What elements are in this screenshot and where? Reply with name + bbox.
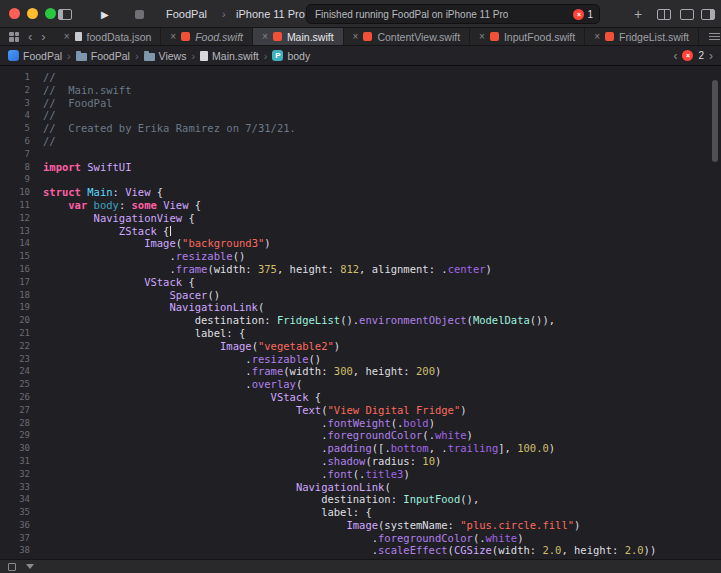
code-text: destination: InputFood(), [43, 493, 479, 506]
tab-inputfood-swift[interactable]: × InputFood.swift [470, 28, 585, 45]
code-line[interactable]: 29 .foregroundColor(.white) [0, 429, 721, 442]
code-line[interactable]: 6// [0, 135, 721, 148]
close-icon[interactable]: × [479, 32, 485, 42]
code-line[interactable]: 36 Image(systemName: "plus.circle.fill") [0, 519, 721, 532]
code-line[interactable]: 23 .resizable() [0, 353, 721, 366]
stop-button[interactable] [135, 0, 144, 28]
code-line[interactable]: 16 .frame(width: 375, height: 812, align… [0, 263, 721, 276]
code-line[interactable]: 12 NavigationView { [0, 212, 721, 225]
run-destination-selector[interactable]: iPhone 11 Pro [236, 0, 305, 28]
code-line[interactable]: 8import SwiftUI [0, 161, 721, 174]
code-line[interactable]: 19 NavigationLink( [0, 301, 721, 314]
code-text: .foregroundColor(.white) [43, 429, 473, 442]
code-line[interactable]: 1// [0, 71, 721, 84]
code-line[interactable]: 11 var body: some View { [0, 199, 721, 212]
code-text: import SwiftUI [43, 161, 132, 174]
code-line[interactable]: 31 .shadow(radius: 10) [0, 455, 721, 468]
code-line[interactable]: 38 .scaleEffect(CGSize(width: 2.0, heigh… [0, 544, 721, 557]
tab-fridgelist-swift[interactable]: × FridgeList.swift [585, 28, 699, 45]
line-number: 32 [0, 468, 30, 481]
close-icon[interactable]: × [594, 32, 600, 42]
navigator-panel-icon [58, 9, 72, 20]
zoom-window-button[interactable] [45, 8, 56, 19]
code-line[interactable]: 28 .fontWeight(.bold) [0, 417, 721, 430]
code-line[interactable]: 20 destination: FridgeList().environment… [0, 314, 721, 327]
code-line[interactable]: 27 Text("View Digital Fridge") [0, 404, 721, 417]
code-line[interactable]: 18 Spacer() [0, 289, 721, 302]
line-number: 11 [0, 199, 30, 212]
traffic-lights [9, 8, 56, 19]
toggle-debug-area-icon[interactable] [8, 563, 16, 571]
tab-main-swift[interactable]: × Main.swift [253, 28, 344, 45]
close-window-button[interactable] [9, 8, 20, 19]
filter-icon[interactable] [26, 564, 34, 569]
line-number: 28 [0, 417, 30, 430]
code-line[interactable]: 9 [0, 173, 721, 186]
code-line[interactable]: 3// FoodPal [0, 97, 721, 110]
close-icon[interactable]: × [170, 32, 176, 42]
breadcrumb-project[interactable]: FoodPal [8, 50, 62, 62]
minimize-window-button[interactable] [27, 8, 38, 19]
code-line[interactable]: 25 .overlay( [0, 378, 721, 391]
tab-fooddata-json[interactable]: × foodData.json [55, 28, 162, 45]
close-icon[interactable]: × [64, 32, 70, 42]
error-icon: × [682, 50, 693, 61]
line-number: 20 [0, 314, 30, 327]
code-line[interactable]: 15 .resizable() [0, 250, 721, 263]
breadcrumb-symbol-body[interactable]: P body [272, 50, 310, 62]
scheme-selector[interactable]: FoodPal [166, 0, 207, 28]
breadcrumb-label: Views [159, 50, 187, 62]
next-issue-icon[interactable]: › [709, 50, 713, 62]
code-line[interactable]: 21 label: { [0, 327, 721, 340]
tab-food-swift[interactable]: × Food.swift [161, 28, 253, 45]
swift-file-icon [273, 32, 282, 41]
code-text: Image(systemName: "plus.circle.fill") [43, 519, 580, 532]
line-number: 5 [0, 122, 30, 135]
split-editor-button[interactable] [657, 0, 671, 28]
back-icon[interactable]: ‹ [28, 30, 32, 43]
close-icon[interactable]: × [353, 32, 359, 42]
code-line[interactable]: 22 Image("vegetable2") [0, 340, 721, 353]
editor-options-icon[interactable] [709, 33, 720, 40]
code-text: // FoodPal [43, 97, 113, 110]
related-items-icon[interactable] [9, 32, 19, 42]
sidebar-toggle-icon[interactable] [58, 0, 72, 28]
editor-layout-button[interactable] [680, 0, 694, 28]
previous-issue-icon[interactable]: ‹ [673, 50, 677, 62]
code-line[interactable]: 17 VStack { [0, 276, 721, 289]
error-badge[interactable]: × 1 [573, 9, 593, 20]
forward-icon[interactable]: › [41, 30, 45, 43]
tab-contentview-swift[interactable]: × ContentView.swift [344, 28, 471, 45]
code-line[interactable]: 2// Main.swift [0, 84, 721, 97]
code-line[interactable]: 24 .frame(width: 300, height: 200) [0, 365, 721, 378]
close-icon[interactable]: × [262, 32, 268, 42]
breadcrumb-group-foodpal[interactable]: FoodPal [76, 50, 130, 62]
code-line[interactable]: 5// Created by Erika Ramirez on 7/31/21. [0, 122, 721, 135]
breadcrumb-label: FoodPal [91, 50, 130, 62]
code-line[interactable]: 37 .foregroundColor(.white) [0, 532, 721, 545]
code-line[interactable]: 32 .font(.title3) [0, 468, 721, 481]
inspector-toggle-button[interactable] [701, 0, 715, 28]
code-line[interactable]: 35 label: { [0, 506, 721, 519]
swift-file-icon [181, 32, 190, 41]
code-line[interactable]: 30 .padding([.bottom, .trailing], 100.0) [0, 442, 721, 455]
code-line[interactable]: 14 Image("background3") [0, 237, 721, 250]
run-button[interactable]: ▶ [101, 0, 109, 28]
code-line[interactable]: 7 [0, 148, 721, 161]
code-editor[interactable]: 1//2// Main.swift3// FoodPal4//5// Creat… [0, 66, 721, 559]
library-button[interactable]: + [634, 0, 642, 28]
code-line[interactable]: 33 NavigationLink( [0, 481, 721, 494]
breadcrumb-group-views[interactable]: Views [144, 50, 187, 62]
code-line[interactable]: 4// [0, 109, 721, 122]
line-number: 2 [0, 84, 30, 97]
line-number: 30 [0, 442, 30, 455]
code-line[interactable]: 34 destination: InputFood(), [0, 493, 721, 506]
text-caret [170, 226, 171, 236]
breadcrumb-file[interactable]: Main.swift [200, 50, 259, 62]
code-line[interactable]: 10struct Main: View { [0, 186, 721, 199]
line-number: 29 [0, 429, 30, 442]
vertical-scrollbar[interactable] [712, 80, 718, 162]
activity-status-bar[interactable]: Finished running FoodPal on iPhone 11 Pr… [306, 4, 600, 24]
code-line[interactable]: 13 ZStack { [0, 225, 721, 238]
code-line[interactable]: 26 VStack { [0, 391, 721, 404]
